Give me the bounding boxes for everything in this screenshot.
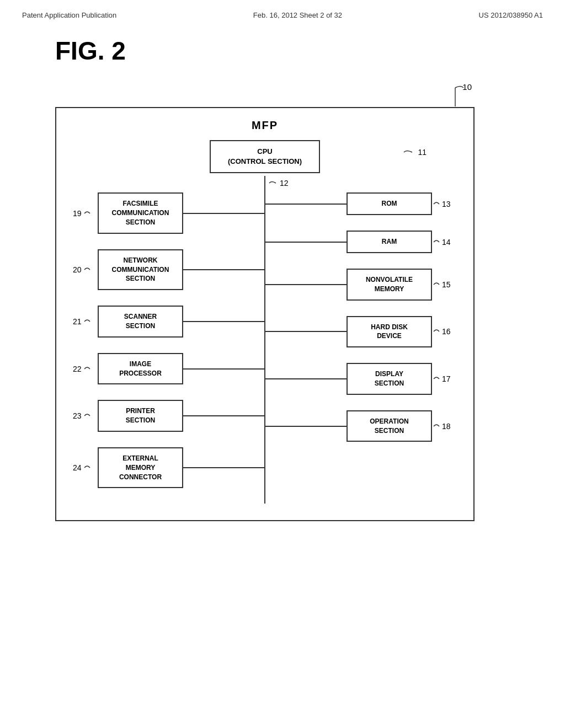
ref-bracket-21 <box>83 316 92 327</box>
figure-title: FIG. 2 <box>55 36 543 66</box>
diagram: 10 MFP CPU (CONTROL SECTION) <box>55 82 475 521</box>
ref-bracket-right-17 <box>432 373 441 384</box>
component-box-20: NETWORKCOMMUNICATIONSECTION <box>98 249 183 290</box>
h-line-right-17 <box>265 378 347 379</box>
cpu-line1: CPU <box>227 147 302 157</box>
ref-left-19-container: 19 <box>73 208 98 219</box>
h-line-left-22 <box>183 368 265 370</box>
page: Patent Application Publication Feb. 16, … <box>0 0 565 728</box>
cpu-line2: (CONTROL SECTION) <box>227 157 302 167</box>
left-column: 19FACSIMILECOMMUNICATIONSECTION20NETWORK… <box>73 192 265 504</box>
mfp-outer-box: MFP CPU (CONTROL SECTION) 11 <box>55 107 475 521</box>
ref-bracket-right-16 <box>432 326 441 337</box>
ref-right-17: 17 <box>442 374 451 383</box>
left-row-0: 19FACSIMILECOMMUNICATIONSECTION <box>73 192 265 233</box>
h-line-left-24 <box>183 467 265 468</box>
h-line-right-15 <box>265 284 347 285</box>
ref-10-arrow <box>441 82 475 107</box>
ref-bracket-right-13 <box>432 199 441 210</box>
ref-left-20-container: 20 <box>73 264 98 275</box>
left-row-4: 23PRINTERSECTION <box>73 400 265 432</box>
ref-12-arrow <box>268 179 280 188</box>
ref-bracket-23 <box>83 410 92 421</box>
ref-bracket-19 <box>83 208 92 219</box>
left-row-5: 24EXTERNALMEMORYCONNECTOR <box>73 447 265 488</box>
ref-11-container: 11 <box>401 147 427 158</box>
ref-left-22-container: 22 <box>73 363 98 374</box>
ref-12-container: 12 <box>268 179 289 188</box>
header-left: Patent Application Publication <box>22 11 116 19</box>
h-line-left-20 <box>183 269 265 270</box>
h-line-left-19 <box>183 213 265 214</box>
right-row-1: RAM14 <box>265 231 457 253</box>
ref-left-24: 24 <box>73 463 82 472</box>
ref-12: 12 <box>280 179 289 188</box>
h-line-left-21 <box>183 321 265 322</box>
main-content: 19FACSIMILECOMMUNICATIONSECTION20NETWORK… <box>73 192 457 504</box>
h-line-right-16 <box>265 331 347 332</box>
component-box-22: IMAGEPROCESSOR <box>98 353 183 385</box>
right-rows: ROM13RAM14NONVOLATILEMEMORY15HARD DISKDE… <box>265 192 457 457</box>
ref-bracket-20 <box>83 264 92 275</box>
ref-right-18-container: 18 <box>432 421 457 432</box>
right-row-2: NONVOLATILEMEMORY15 <box>265 269 457 301</box>
right-row-4: DISPLAYSECTION17 <box>265 363 457 395</box>
ref-11: 11 <box>418 148 427 157</box>
ref-left-20: 20 <box>73 265 82 274</box>
ref-left-19: 19 <box>73 209 82 218</box>
ref-bracket-right-18 <box>432 421 441 432</box>
h-line-left-23 <box>183 415 265 416</box>
header-right: US 2012/038950 A1 <box>479 11 543 19</box>
ref-right-14: 14 <box>442 238 451 247</box>
ref-right-17-container: 17 <box>432 373 457 384</box>
ref-left-23-container: 23 <box>73 410 98 421</box>
ref-left-21-container: 21 <box>73 316 98 327</box>
ref-right-13-container: 13 <box>432 199 457 210</box>
ref-bracket-right-14 <box>432 237 441 248</box>
component-box-17: DISPLAYSECTION <box>347 363 432 395</box>
component-box-24: EXTERNALMEMORYCONNECTOR <box>98 447 183 488</box>
page-header: Patent Application Publication Feb. 16, … <box>22 11 543 19</box>
ref-left-22: 22 <box>73 365 82 373</box>
ref-bracket-right-15 <box>432 279 441 290</box>
ref-left-24-container: 24 <box>73 462 98 473</box>
ref-right-18: 18 <box>442 422 451 431</box>
component-box-16: HARD DISKDEVICE <box>347 316 432 348</box>
h-line-right-14 <box>265 242 347 243</box>
left-row-1: 20NETWORKCOMMUNICATIONSECTION <box>73 249 265 290</box>
h-line-right-13 <box>265 204 347 205</box>
cpu-box: CPU (CONTROL SECTION) <box>210 140 320 173</box>
right-column: ROM13RAM14NONVOLATILEMEMORY15HARD DISKDE… <box>265 192 457 504</box>
header-middle: Feb. 16, 2012 Sheet 2 of 32 <box>253 11 342 19</box>
component-box-15: NONVOLATILEMEMORY <box>347 269 432 301</box>
component-box-18: OPERATIONSECTION <box>347 410 432 442</box>
ref-bracket-24 <box>83 462 92 473</box>
ref-left-21: 21 <box>73 317 82 326</box>
ref-right-15: 15 <box>442 280 451 289</box>
right-row-0: ROM13 <box>265 192 457 215</box>
ref-right-15-container: 15 <box>432 279 457 290</box>
component-box-13: ROM <box>347 192 432 215</box>
left-row-2: 21SCANNERSECTION <box>73 306 265 338</box>
left-rows: 19FACSIMILECOMMUNICATIONSECTION20NETWORK… <box>73 192 265 504</box>
cpu-bus-line <box>264 176 265 192</box>
left-row-3: 22IMAGEPROCESSOR <box>73 353 265 385</box>
h-line-right-18 <box>265 426 347 427</box>
ref-right-16-container: 16 <box>432 326 457 337</box>
ref-right-13: 13 <box>442 200 451 208</box>
mfp-label: MFP <box>73 119 457 132</box>
ref-right-14-container: 14 <box>432 237 457 248</box>
component-box-23: PRINTERSECTION <box>98 400 183 432</box>
ref-11-arrow <box>401 147 418 158</box>
right-row-3: HARD DISKDEVICE16 <box>265 316 457 348</box>
right-row-5: OPERATIONSECTION18 <box>265 410 457 442</box>
ref-bracket-22 <box>83 363 92 374</box>
component-box-14: RAM <box>347 231 432 253</box>
ref-left-23: 23 <box>73 411 82 420</box>
component-box-19: FACSIMILECOMMUNICATIONSECTION <box>98 192 183 233</box>
component-box-21: SCANNERSECTION <box>98 306 183 338</box>
ref-right-16: 16 <box>442 327 451 336</box>
